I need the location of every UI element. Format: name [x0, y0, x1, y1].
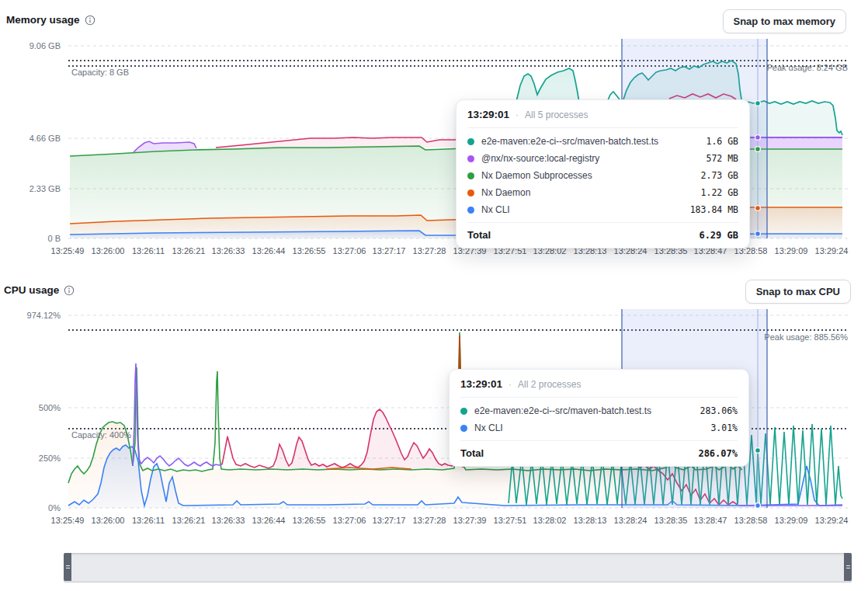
x-tick: 13:25:49	[51, 516, 85, 525]
memory-info-icon[interactable]	[85, 15, 95, 26]
series-dot	[467, 207, 474, 214]
process-name: Nx CLI	[481, 204, 683, 215]
memory-y-tick: 0 B	[6, 234, 61, 243]
tooltip-header: 13:29:01 · All 5 processes	[467, 109, 738, 128]
x-tick: 13:29:24	[815, 246, 849, 256]
process-value: 3.01%	[710, 422, 738, 433]
x-tick: 13:26:44	[252, 516, 286, 525]
tooltip-subtitle: All 2 processes	[518, 379, 581, 390]
x-tick: 13:25:49	[51, 246, 85, 256]
cpu-section-title: CPU usage	[4, 284, 75, 296]
tooltip-total-row: Total 286.07%	[460, 440, 738, 459]
memory-y-tick: 2.33 GB	[6, 184, 61, 193]
series-dot	[467, 172, 474, 179]
process-name: @nx/nx-source:local-registry	[481, 153, 699, 164]
series-dot	[467, 155, 474, 162]
x-tick: 13:29:24	[815, 516, 849, 525]
x-tick: 13:28:02	[533, 516, 567, 525]
brush-handle-right[interactable]	[844, 553, 852, 581]
x-tick: 13:29:09	[775, 246, 808, 256]
total-label: Total	[460, 447, 484, 459]
process-name: e2e-maven:e2e-ci--src/maven-batch.test.t…	[474, 405, 693, 416]
x-tick: 13:26:33	[212, 516, 245, 525]
tooltip-row: e2e-maven:e2e-ci--src/maven-batch.test.t…	[460, 402, 738, 419]
x-tick: 13:27:51	[494, 516, 527, 525]
tooltip-row: Nx CLI 183.84 MB	[467, 201, 738, 218]
tooltip-rows: e2e-maven:e2e-ci--src/maven-batch.test.t…	[460, 398, 738, 436]
total-value: 286.07%	[698, 448, 738, 459]
x-tick: 13:26:00	[92, 246, 125, 256]
tooltip-row: Nx Daemon 1.22 GB	[467, 184, 738, 201]
x-tick: 13:27:06	[333, 246, 366, 256]
series-dot	[467, 189, 474, 196]
tooltip-header: 13:29:01 · All 2 processes	[460, 378, 738, 398]
x-tick: 13:26:44	[252, 246, 286, 256]
grip-line	[66, 568, 70, 568]
memory-peak-label: Peak usage: 8.24 GB	[766, 63, 848, 72]
snap-to-max-memory-button[interactable]: Snap to max memory	[723, 9, 847, 33]
process-name: Nx CLI	[474, 422, 703, 433]
cpu-tooltip: 13:29:01 · All 2 processes e2e-maven:e2e…	[449, 369, 749, 467]
process-name: Nx Daemon Subprocesses	[481, 170, 694, 181]
x-tick: 13:26:33	[212, 246, 245, 256]
snap-to-max-cpu-button[interactable]: Snap to max CPU	[745, 280, 851, 304]
x-tick: 13:29:09	[775, 516, 808, 525]
x-tick: 13:28:35	[654, 516, 688, 525]
process-value: 2.73 GB	[701, 170, 738, 181]
x-tick: 13:27:39	[453, 516, 487, 525]
brush-handle-left[interactable]	[64, 553, 71, 581]
tooltip-row: Nx CLI 3.01%	[460, 419, 738, 436]
memory-tooltip: 13:29:01 · All 5 processes e2e-maven:e2e…	[456, 99, 750, 249]
memory-y-tick: 4.66 GB	[6, 134, 61, 143]
tooltip-row: Nx Daemon Subprocesses 2.73 GB	[467, 167, 738, 184]
tooltip-time: 13:29:01	[460, 378, 502, 390]
memory-section-title: Memory usage	[6, 14, 95, 26]
x-tick: 13:28:47	[694, 516, 727, 525]
x-tick: 13:27:28	[413, 246, 446, 256]
process-value: 1.22 GB	[701, 187, 738, 198]
x-tick: 13:26:00	[92, 516, 125, 525]
process-value: 183.84 MB	[690, 204, 738, 215]
series-dot	[467, 138, 474, 145]
x-tick: 13:28:58	[734, 516, 768, 525]
tooltip-separator: ·	[509, 379, 512, 390]
x-tick: 13:28:24	[614, 516, 648, 525]
tooltip-subtitle: All 5 processes	[525, 110, 588, 120]
cpu-y-tick: 0%	[6, 503, 61, 513]
cpu-capacity-label: Capacity: 400%	[71, 430, 131, 440]
cpu-line-registry-purple	[133, 363, 222, 466]
cpu-y-tick: 974.12%	[6, 311, 61, 320]
series-dot	[460, 425, 467, 432]
tooltip-separator: ·	[516, 110, 519, 120]
charts-canvas	[0, 0, 868, 591]
process-value: 1.6 GB	[706, 136, 738, 147]
process-name: Nx Daemon	[481, 187, 694, 198]
timeline-brush-track[interactable]	[64, 553, 852, 582]
tooltip-row: e2e-maven:e2e-ci--src/maven-batch.test.t…	[467, 133, 738, 150]
total-label: Total	[467, 229, 491, 241]
tooltip-total-row: Total 6.29 GB	[467, 222, 738, 241]
grip-line	[66, 565, 70, 566]
cpu-peak-label: Peak usage: 885.56%	[764, 332, 848, 342]
x-tick: 13:27:17	[373, 246, 406, 256]
total-value: 6.29 GB	[699, 230, 738, 241]
process-value: 283.06%	[700, 405, 738, 416]
cpu-info-icon[interactable]	[64, 285, 75, 296]
x-tick: 13:26:55	[293, 246, 326, 256]
x-tick: 13:26:21	[172, 246, 206, 256]
x-tick: 13:26:55	[293, 516, 326, 525]
cpu-title-text: CPU usage	[4, 284, 59, 296]
x-tick: 13:26:11	[132, 516, 165, 525]
x-tick: 13:27:06	[333, 516, 366, 525]
tooltip-time: 13:29:01	[467, 109, 509, 120]
x-tick: 13:27:17	[373, 516, 406, 525]
cpu-y-tick: 250%	[6, 454, 61, 463]
x-tick: 13:26:11	[132, 246, 165, 256]
memory-capacity-label: Capacity: 8 GB	[71, 68, 129, 77]
cpu-area-registry-humps	[276, 409, 448, 470]
x-tick: 13:27:28	[413, 516, 446, 525]
tooltip-rows: e2e-maven:e2e-ci--src/maven-batch.test.t…	[467, 128, 738, 218]
memory-title-text: Memory usage	[6, 14, 80, 26]
process-value: 572 MB	[706, 153, 738, 164]
tooltip-row: @nx/nx-source:local-registry 572 MB	[467, 150, 738, 167]
